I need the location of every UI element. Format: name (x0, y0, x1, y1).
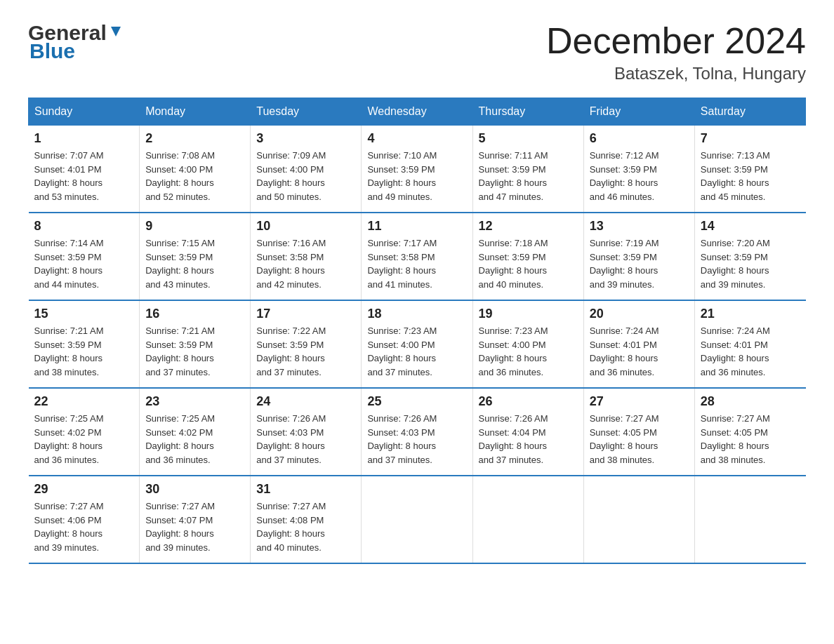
day-number: 27 (590, 394, 689, 409)
day-info: Sunrise: 7:07 AM Sunset: 4:01 PM Dayligh… (34, 149, 134, 203)
calendar-day-cell: 4 Sunrise: 7:10 AM Sunset: 3:59 PM Dayli… (362, 126, 472, 213)
header-friday: Friday (583, 98, 694, 126)
day-number: 25 (367, 394, 466, 409)
day-info: Sunrise: 7:17 AM Sunset: 3:58 PM Dayligh… (367, 236, 466, 291)
header-thursday: Thursday (472, 98, 583, 126)
day-info: Sunrise: 7:20 AM Sunset: 3:59 PM Dayligh… (701, 236, 800, 291)
calendar-day-cell: 21 Sunrise: 7:24 AM Sunset: 4:01 PM Dayl… (694, 300, 805, 388)
calendar-day-cell: 18 Sunrise: 7:23 AM Sunset: 4:00 PM Dayl… (362, 300, 472, 388)
day-info: Sunrise: 7:25 AM Sunset: 4:02 PM Dayligh… (145, 412, 244, 467)
calendar-week-row: 8 Sunrise: 7:14 AM Sunset: 3:59 PM Dayli… (29, 213, 806, 300)
calendar-table: Sunday Monday Tuesday Wednesday Thursday… (28, 98, 806, 564)
day-info: Sunrise: 7:24 AM Sunset: 4:01 PM Dayligh… (590, 324, 689, 379)
logo-arrow-icon (108, 24, 124, 39)
day-info: Sunrise: 7:26 AM Sunset: 4:03 PM Dayligh… (256, 412, 355, 467)
day-number: 5 (479, 131, 578, 146)
day-number: 19 (479, 307, 578, 321)
header-tuesday: Tuesday (251, 98, 362, 126)
month-year-title: December 2024 (546, 21, 806, 61)
calendar-day-cell: 11 Sunrise: 7:17 AM Sunset: 3:58 PM Dayl… (362, 213, 472, 300)
calendar-day-cell: 1 Sunrise: 7:07 AM Sunset: 4:01 PM Dayli… (29, 126, 140, 213)
day-info: Sunrise: 7:08 AM Sunset: 4:00 PM Dayligh… (145, 149, 244, 203)
day-info: Sunrise: 7:14 AM Sunset: 3:59 PM Dayligh… (34, 236, 134, 291)
day-info: Sunrise: 7:24 AM Sunset: 4:01 PM Dayligh… (701, 324, 800, 379)
calendar-day-cell: 23 Sunrise: 7:25 AM Sunset: 4:02 PM Dayl… (140, 388, 251, 476)
day-number: 3 (256, 131, 355, 146)
calendar-day-cell: 2 Sunrise: 7:08 AM Sunset: 4:00 PM Dayli… (140, 126, 251, 213)
day-info: Sunrise: 7:12 AM Sunset: 3:59 PM Dayligh… (590, 149, 689, 203)
day-info: Sunrise: 7:25 AM Sunset: 4:02 PM Dayligh… (34, 412, 134, 467)
day-number: 11 (367, 219, 466, 234)
calendar-day-cell: 25 Sunrise: 7:26 AM Sunset: 4:03 PM Dayl… (362, 388, 472, 476)
day-info: Sunrise: 7:27 AM Sunset: 4:05 PM Dayligh… (590, 412, 689, 467)
calendar-day-cell: 3 Sunrise: 7:09 AM Sunset: 4:00 PM Dayli… (251, 126, 362, 213)
day-info: Sunrise: 7:18 AM Sunset: 3:59 PM Dayligh… (479, 236, 578, 291)
day-info: Sunrise: 7:10 AM Sunset: 3:59 PM Dayligh… (367, 149, 466, 203)
day-number: 26 (479, 394, 578, 409)
day-info: Sunrise: 7:13 AM Sunset: 3:59 PM Dayligh… (701, 149, 800, 203)
day-number: 7 (701, 131, 800, 146)
day-info: Sunrise: 7:19 AM Sunset: 3:59 PM Dayligh… (590, 236, 689, 291)
calendar-day-cell: 22 Sunrise: 7:25 AM Sunset: 4:02 PM Dayl… (29, 388, 140, 476)
calendar-day-cell: 20 Sunrise: 7:24 AM Sunset: 4:01 PM Dayl… (583, 300, 694, 388)
header-sunday: Sunday (29, 98, 140, 126)
header-monday: Monday (140, 98, 251, 126)
location-subtitle: Bataszek, Tolna, Hungary (546, 64, 806, 83)
logo: General Blue (28, 21, 124, 63)
calendar-day-cell: 8 Sunrise: 7:14 AM Sunset: 3:59 PM Dayli… (29, 213, 140, 300)
calendar-week-row: 29 Sunrise: 7:27 AM Sunset: 4:06 PM Dayl… (29, 476, 806, 563)
calendar-day-cell (583, 476, 694, 563)
title-section: December 2024 Bataszek, Tolna, Hungary (546, 21, 806, 83)
day-number: 24 (256, 394, 355, 409)
calendar-day-cell (362, 476, 472, 563)
calendar-day-cell: 28 Sunrise: 7:27 AM Sunset: 4:05 PM Dayl… (694, 388, 805, 476)
calendar-body: 1 Sunrise: 7:07 AM Sunset: 4:01 PM Dayli… (29, 126, 806, 564)
day-info: Sunrise: 7:21 AM Sunset: 3:59 PM Dayligh… (34, 324, 134, 379)
calendar-week-row: 22 Sunrise: 7:25 AM Sunset: 4:02 PM Dayl… (29, 388, 806, 476)
day-number: 21 (701, 307, 800, 321)
calendar-day-cell: 5 Sunrise: 7:11 AM Sunset: 3:59 PM Dayli… (472, 126, 583, 213)
calendar-day-cell: 29 Sunrise: 7:27 AM Sunset: 4:06 PM Dayl… (29, 476, 140, 563)
day-info: Sunrise: 7:23 AM Sunset: 4:00 PM Dayligh… (479, 324, 578, 379)
day-info: Sunrise: 7:23 AM Sunset: 4:00 PM Dayligh… (367, 324, 466, 379)
day-number: 8 (34, 219, 134, 234)
page-header: General Blue December 2024 Bataszek, Tol… (28, 21, 806, 83)
calendar-day-cell: 31 Sunrise: 7:27 AM Sunset: 4:08 PM Dayl… (251, 476, 362, 563)
calendar-day-cell: 17 Sunrise: 7:22 AM Sunset: 3:59 PM Dayl… (251, 300, 362, 388)
day-number: 6 (590, 131, 689, 146)
calendar-day-cell: 15 Sunrise: 7:21 AM Sunset: 3:59 PM Dayl… (29, 300, 140, 388)
calendar-day-cell: 26 Sunrise: 7:26 AM Sunset: 4:04 PM Dayl… (472, 388, 583, 476)
day-number: 2 (145, 131, 244, 146)
calendar-day-cell: 24 Sunrise: 7:26 AM Sunset: 4:03 PM Dayl… (251, 388, 362, 476)
day-number: 10 (256, 219, 355, 234)
calendar-day-cell: 13 Sunrise: 7:19 AM Sunset: 3:59 PM Dayl… (583, 213, 694, 300)
day-number: 29 (34, 482, 134, 497)
day-number: 14 (701, 219, 800, 234)
day-number: 9 (145, 219, 244, 234)
calendar-week-row: 1 Sunrise: 7:07 AM Sunset: 4:01 PM Dayli… (29, 126, 806, 213)
day-info: Sunrise: 7:21 AM Sunset: 3:59 PM Dayligh… (145, 324, 244, 379)
calendar-day-cell: 19 Sunrise: 7:23 AM Sunset: 4:00 PM Dayl… (472, 300, 583, 388)
header-wednesday: Wednesday (362, 98, 472, 126)
day-info: Sunrise: 7:16 AM Sunset: 3:58 PM Dayligh… (256, 236, 355, 291)
day-info: Sunrise: 7:27 AM Sunset: 4:05 PM Dayligh… (701, 412, 800, 467)
day-number: 30 (145, 482, 244, 497)
day-number: 31 (256, 482, 355, 497)
day-info: Sunrise: 7:09 AM Sunset: 4:00 PM Dayligh… (256, 149, 355, 203)
logo-blue: Blue (29, 39, 75, 63)
header-saturday: Saturday (694, 98, 805, 126)
calendar-day-cell (472, 476, 583, 563)
day-number: 28 (701, 394, 800, 409)
day-number: 13 (590, 219, 689, 234)
calendar-header: Sunday Monday Tuesday Wednesday Thursday… (29, 98, 806, 126)
calendar-day-cell: 7 Sunrise: 7:13 AM Sunset: 3:59 PM Dayli… (694, 126, 805, 213)
day-number: 20 (590, 307, 689, 321)
calendar-day-cell: 12 Sunrise: 7:18 AM Sunset: 3:59 PM Dayl… (472, 213, 583, 300)
calendar-day-cell: 10 Sunrise: 7:16 AM Sunset: 3:58 PM Dayl… (251, 213, 362, 300)
calendar-day-cell: 14 Sunrise: 7:20 AM Sunset: 3:59 PM Dayl… (694, 213, 805, 300)
day-number: 23 (145, 394, 244, 409)
calendar-day-cell: 30 Sunrise: 7:27 AM Sunset: 4:07 PM Dayl… (140, 476, 251, 563)
calendar-day-cell: 16 Sunrise: 7:21 AM Sunset: 3:59 PM Dayl… (140, 300, 251, 388)
day-number: 17 (256, 307, 355, 321)
calendar-day-cell: 9 Sunrise: 7:15 AM Sunset: 3:59 PM Dayli… (140, 213, 251, 300)
